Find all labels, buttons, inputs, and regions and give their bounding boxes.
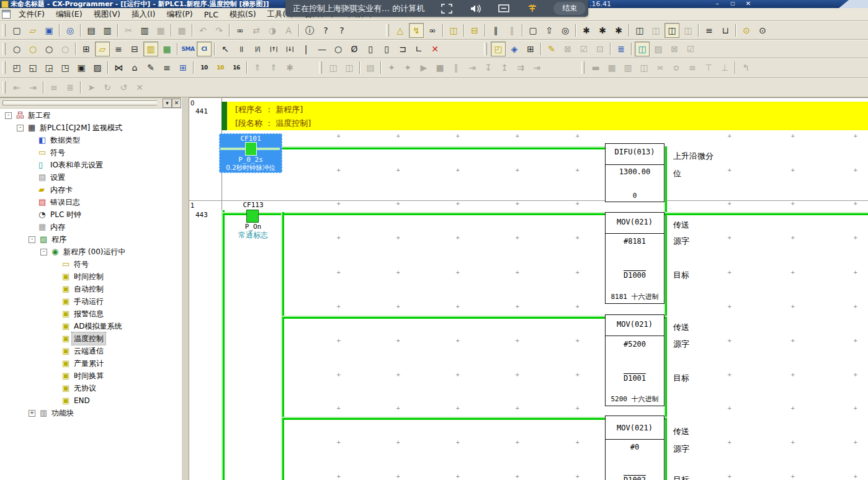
tree-item-section-auto-control[interactable]: ▣自动控制 — [0, 283, 181, 295]
release-password-button[interactable]: ⊙ — [755, 23, 770, 38]
contact-down-button[interactable]: |↓| — [282, 42, 297, 56]
tree-item-symbols[interactable]: ▭符号 — [0, 146, 181, 159]
tree-item-memory-card[interactable]: ▰内存卡 — [0, 184, 181, 196]
compile-all-button[interactable]: ∞ — [425, 23, 440, 38]
toolbar-grip[interactable] — [2, 61, 6, 74]
print-button[interactable]: ▤ — [84, 23, 99, 38]
end-remote-button[interactable]: 结束 — [553, 2, 586, 15]
toolbar-grip[interactable] — [386, 24, 389, 37]
menu-视图V[interactable]: 视图(V) — [88, 8, 126, 21]
layers-button[interactable]: ◈ — [507, 42, 522, 56]
open-button[interactable]: ▱ — [25, 23, 40, 38]
save-button[interactable]: ▣ — [42, 23, 56, 38]
radix-signed-button[interactable]: 10 — [213, 60, 228, 75]
show-address-button[interactable]: ⊟ — [127, 42, 142, 56]
collapse-toggle[interactable]: - — [40, 249, 47, 256]
monitor-icon[interactable] — [498, 3, 510, 14]
program-check-button[interactable]: ▢ — [526, 23, 540, 38]
block-hierarchy-button[interactable]: ≣ — [614, 42, 629, 56]
contact-up-button[interactable]: |↑| — [266, 42, 281, 56]
tree-item-new-project[interactable]: -品新工程 — [0, 109, 181, 122]
find-window-button[interactable]: ◳ — [58, 60, 73, 75]
tree-item-section-manual-run[interactable]: ▣手动运行 — [0, 295, 181, 308]
close-button[interactable]: ✕ — [743, 0, 754, 7]
radix-decimal-button[interactable]: 10 — [197, 60, 212, 75]
set-password-button[interactable]: ⊙ — [739, 23, 754, 38]
workspace-drag-handle[interactable] — [2, 100, 157, 105]
rung-clipboard-button[interactable]: ≡ — [159, 60, 174, 75]
tree-item-section-no-protocol[interactable]: ▣无协议 — [0, 382, 181, 394]
work-online-button[interactable]: ↯ — [409, 23, 424, 38]
tree-item-data-types[interactable]: ◧数据类型 — [0, 134, 181, 146]
select-tool-button[interactable]: ↖ — [218, 42, 233, 56]
function-block-button[interactable]: ⊐ — [395, 42, 410, 56]
paste-window-button[interactable]: ◰ — [9, 60, 24, 75]
instruction-mov-3[interactable]: MOV(021) #0 D1002 — [605, 416, 664, 480]
workspace-close-button[interactable]: ✕ — [172, 99, 181, 108]
tree-item-section-temp-control[interactable]: ▣温度控制 — [0, 332, 181, 345]
toolbar-grip[interactable] — [581, 61, 584, 74]
coil-closed-button[interactable]: Ø — [347, 42, 362, 56]
vertical-line-button[interactable]: | — [298, 42, 313, 56]
smart-input-button[interactable]: SMA — [181, 42, 195, 56]
copy-button[interactable]: ▥ — [137, 23, 152, 38]
compare-with-plc-button[interactable]: ◎ — [558, 23, 573, 38]
zoom-in-button[interactable]: ○ — [42, 42, 56, 56]
tree-item-function-blocks[interactable]: +▥功能块 — [0, 407, 181, 419]
coil-button[interactable]: ○ — [331, 42, 346, 56]
toolbar-grip[interactable] — [2, 24, 6, 37]
pause-monitor-button[interactable]: ∥ — [488, 23, 503, 38]
instruction-mov-1[interactable]: MOV(021) #8181 D1000 8181 十六进制 — [605, 212, 664, 304]
instruction-box-button[interactable]: ▯ — [363, 42, 378, 56]
online-edit-cancel-button[interactable]: ✱ — [611, 23, 626, 38]
contact-nc-button[interactable]: |/| — [250, 42, 265, 56]
contact-cf101-selected[interactable]: CF101 P_0_2s 0.2秒时钟脉冲位 — [219, 133, 282, 173]
properties-button[interactable]: ▨ — [90, 60, 105, 75]
horizontal-line-button[interactable]: — — [315, 42, 329, 56]
expand-toggle[interactable]: + — [29, 410, 35, 417]
online-edit-button[interactable]: ◰ — [491, 42, 506, 56]
radix-hex-button[interactable]: 16 — [229, 60, 244, 75]
menu-文件F[interactable]: 文件(F) — [13, 8, 50, 21]
toolbar-grip[interactable] — [2, 81, 6, 94]
panel-splitter[interactable] — [181, 97, 189, 480]
transfer-to-plc-button[interactable]: ⇧ — [542, 23, 557, 38]
zoom-select-button[interactable]: ○ — [25, 42, 40, 56]
workspace-dropdown-button[interactable]: ▾ — [163, 99, 172, 108]
edit-comment-button[interactable]: ✎ — [143, 60, 158, 75]
tree-item-section-time-control[interactable]: ▣时间控制 — [0, 270, 181, 283]
zoom-fit-button[interactable]: ○ — [9, 42, 24, 56]
ci-view-button[interactable]: CI — [197, 42, 212, 56]
menu-PLC[interactable]: PLC — [199, 9, 224, 20]
grid-button[interactable]: ⊞ — [79, 42, 94, 56]
info-button[interactable]: ⓘ — [302, 23, 317, 38]
tree-item-new-plc1[interactable]: -▦新PLC1[CJ2M] 监视模式 — [0, 122, 181, 134]
time-chart-button[interactable]: ⊔ — [718, 23, 733, 38]
address-reference-button[interactable]: ⌂ — [127, 60, 142, 75]
find-button[interactable]: ∞ — [233, 23, 248, 38]
tree-item-section-output-total[interactable]: ▣产量累计 — [0, 357, 181, 370]
toolbar-grip[interactable] — [319, 61, 322, 74]
instruction-box-2-button[interactable]: ▯ — [379, 42, 394, 56]
pin-icon[interactable] — [526, 3, 539, 14]
data-trace-button[interactable]: ≡ — [702, 23, 717, 38]
menu-插入I[interactable]: 插入(I) — [126, 8, 161, 21]
ladder-canvas[interactable]: [程序名 ： 新程序] [段名称 ： 温度控制] 0 441 1 443 CF1… — [188, 97, 868, 480]
menu-编程P[interactable]: 编程(P) — [161, 8, 198, 21]
help-button[interactable]: ? — [318, 23, 333, 38]
tree-item-settings[interactable]: ▤设置 — [0, 171, 181, 184]
auto-online-button[interactable]: ⊟ — [467, 23, 482, 38]
watch-window-button[interactable]: ◲ — [42, 60, 56, 75]
preview-doc-button[interactable]: ◎ — [63, 23, 78, 38]
show-comments-button[interactable]: ▱ — [95, 42, 110, 56]
monitor-mode-button[interactable]: ◫ — [632, 23, 647, 38]
toolbar-grip[interactable] — [2, 43, 6, 55]
tree-item-memory[interactable]: ▦内存 — [0, 221, 181, 233]
hh-monitor-button[interactable]: ◫ — [635, 42, 650, 56]
tree-item-section-alarm-info[interactable]: ▣报警信息 — [0, 308, 181, 320]
toolbar-grip[interactable] — [484, 43, 487, 55]
tools-window-button[interactable]: ◱ — [25, 60, 40, 75]
send-changes-button[interactable]: ⊞ — [523, 42, 538, 56]
delete-tool-button[interactable]: ✕ — [427, 42, 442, 56]
fullscreen-icon[interactable] — [441, 3, 453, 14]
